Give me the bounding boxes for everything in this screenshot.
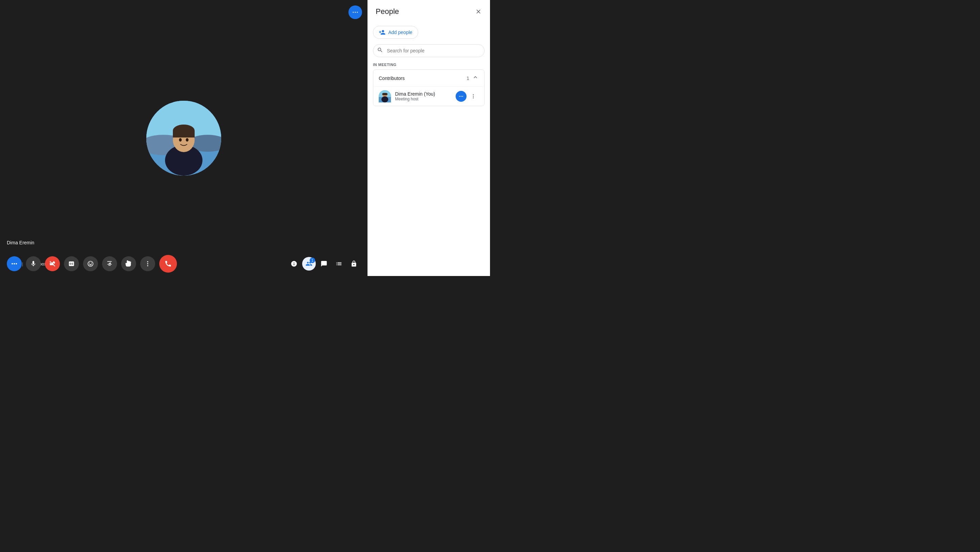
contributors-header[interactable]: Contributors 1: [373, 70, 484, 86]
activities-button[interactable]: [332, 257, 346, 270]
panel-title: People: [375, 7, 399, 16]
security-button[interactable]: [347, 257, 361, 270]
svg-point-28: [473, 94, 474, 95]
svg-point-27: [462, 96, 463, 97]
svg-rect-10: [173, 131, 195, 137]
svg-point-25: [459, 96, 460, 97]
in-meeting-label: IN MEETING: [373, 63, 485, 67]
svg-rect-23: [382, 93, 388, 95]
present-button[interactable]: [102, 256, 117, 271]
overflow-button[interactable]: [140, 256, 155, 271]
svg-point-14: [14, 263, 15, 264]
add-people-button[interactable]: Add people: [373, 26, 418, 39]
svg-point-1: [355, 12, 356, 13]
search-container: [373, 44, 485, 57]
contributors-right: 1: [466, 74, 479, 82]
svg-point-30: [473, 97, 474, 99]
camera-button[interactable]: [45, 256, 60, 271]
chevron-up-icon: [472, 74, 479, 82]
svg-point-2: [357, 12, 358, 13]
chat-button[interactable]: [317, 257, 331, 270]
search-input[interactable]: [373, 44, 485, 57]
end-call-button[interactable]: [159, 255, 177, 273]
bottom-bar: 17:02 | mmw-ooxy-fbm: [0, 251, 184, 276]
user-video-avatar: [146, 101, 221, 176]
video-area: Dima Eremin 17:02 | mmw-ooxy-fbm: [0, 0, 368, 276]
control-buttons: [7, 255, 177, 273]
svg-point-26: [461, 96, 462, 97]
meeting-info-button[interactable]: [287, 257, 301, 270]
close-panel-button[interactable]: [472, 5, 485, 18]
svg-point-12: [186, 138, 189, 142]
people-button[interactable]: 1: [302, 257, 316, 270]
svg-point-0: [353, 12, 354, 13]
svg-point-15: [16, 263, 17, 264]
svg-point-17: [147, 261, 148, 262]
person-overflow-button[interactable]: [468, 91, 479, 102]
raise-hand-button[interactable]: [121, 256, 136, 271]
panel-header: People: [368, 0, 490, 22]
person-avatar: [379, 90, 391, 102]
people-badge: 1: [310, 258, 315, 263]
bottom-right-icons: 1: [184, 251, 368, 276]
svg-point-24: [382, 96, 388, 102]
emoji-button[interactable]: [83, 256, 98, 271]
contributors-title: Contributors: [379, 76, 404, 81]
panel-body: Add people IN MEETING Contributors 1: [368, 22, 490, 276]
microphone-button[interactable]: [26, 256, 41, 271]
person-actions: [456, 91, 479, 102]
svg-point-11: [179, 138, 182, 142]
person-info: Dima Eremin (You) Meeting host: [395, 91, 452, 102]
svg-point-13: [11, 263, 13, 264]
person-more-options-button[interactable]: [456, 91, 466, 102]
svg-point-19: [147, 265, 148, 266]
add-people-label: Add people: [388, 30, 412, 35]
person-name: Dima Eremin (You): [395, 91, 452, 97]
person-role: Meeting host: [395, 97, 452, 102]
contributors-group: Contributors 1: [373, 69, 485, 106]
people-panel: People Add people IN MEETING: [368, 0, 490, 276]
search-icon: [377, 47, 383, 54]
svg-point-29: [473, 96, 474, 97]
contributors-count: 1: [466, 76, 469, 81]
person-row: Dima Eremin (You) Meeting host: [373, 86, 484, 106]
user-name-label: Dima Eremin: [7, 240, 34, 245]
svg-point-18: [147, 263, 148, 264]
video-more-button[interactable]: [348, 5, 362, 19]
more-button[interactable]: [7, 256, 22, 271]
captions-button[interactable]: [64, 256, 79, 271]
